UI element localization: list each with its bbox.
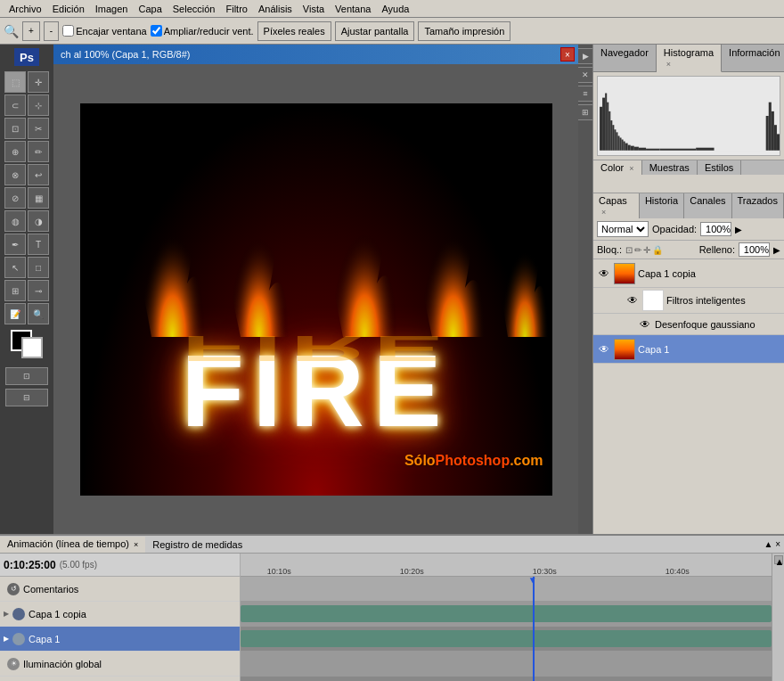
ampliar-checkbox[interactable] — [151, 25, 162, 37]
menu-ventana[interactable]: Ventana — [330, 2, 376, 16]
relleno-arrow[interactable]: ▶ — [773, 245, 780, 255]
svg-rect-17 — [634, 147, 639, 151]
tab-navegador[interactable]: Navegador — [593, 45, 657, 71]
shape-tool[interactable]: □ — [28, 257, 49, 278]
timeline-label-capa1[interactable]: ▶ Capa 1 — [0, 627, 240, 652]
layers-list: 👁 Capa 1 copia 👁 Filtros inteligentes 👁 — [593, 259, 784, 534]
capa1copia-icon — [12, 608, 25, 620]
encajar-checkbox-label[interactable]: Encajar ventana — [62, 25, 147, 37]
menu-analisis[interactable]: Análisis — [253, 2, 298, 16]
panel-expand2-btn[interactable]: ✕ — [577, 67, 593, 83]
marquee-tool[interactable]: ⬚ — [4, 71, 26, 93]
tamano-impresion-btn[interactable]: Tamaño impresión — [418, 21, 510, 41]
menu-capa[interactable]: Capa — [133, 2, 167, 16]
ajustar-pantalla-btn[interactable]: Ajustar pantalla — [335, 21, 415, 41]
zoom-in-btn[interactable]: + — [22, 21, 40, 41]
notes-tool[interactable]: 📝 — [4, 303, 26, 324]
layer-eye-desenfoque[interactable]: 👁 — [638, 317, 652, 332]
menu-seleccion[interactable]: Selección — [167, 2, 221, 16]
tab-histograma[interactable]: Histograma × — [657, 45, 722, 72]
timeline-current-time: 0:10:25:00 — [4, 559, 56, 571]
animacion-tab-close[interactable]: × — [134, 540, 138, 549]
layer-eye-filtros[interactable]: 👁 — [625, 293, 640, 308]
crop-tool[interactable]: ⊡ — [4, 118, 26, 139]
menu-vista[interactable]: Vista — [298, 2, 330, 16]
layer-name-capa1-copia: Capa 1 copia — [638, 268, 780, 279]
brush-tool[interactable]: ✏ — [28, 141, 49, 162]
pixeles-reales-btn[interactable]: Píxeles reales — [257, 21, 331, 41]
background-color[interactable] — [21, 337, 43, 358]
relleno-input[interactable] — [739, 242, 770, 257]
layer-thumb-filtros — [642, 290, 664, 311]
scroll-up-btn[interactable]: ▲ — [774, 555, 783, 564]
encajar-checkbox[interactable] — [62, 25, 74, 37]
timeline-close-btn[interactable]: ▲ × — [764, 539, 780, 549]
capa1-expand-arrow[interactable]: ▶ — [4, 635, 9, 643]
zoom-tool[interactable]: 🔍 — [28, 303, 49, 324]
tab-capas[interactable]: Capas × — [593, 193, 640, 218]
gradient-tool[interactable]: ▦ — [28, 187, 49, 209]
blend-mode-select[interactable]: Normal — [597, 221, 649, 237]
fire-canvas: FIRE FIRE SóloPhotoshop.com — [80, 103, 552, 496]
tab-color[interactable]: Color × — [593, 160, 642, 175]
tab-canales[interactable]: Canales — [684, 193, 731, 218]
tab-informacion[interactable]: Información — [722, 45, 784, 71]
svg-rect-26 — [777, 134, 780, 150]
track-bar-capa1copia[interactable] — [241, 605, 772, 622]
timeline-playhead[interactable] — [533, 577, 535, 681]
screen-mode-btn[interactable]: ⊡ — [5, 367, 48, 385]
3d-tool[interactable]: ⊞ — [4, 280, 26, 301]
menu-filtro[interactable]: Filtro — [220, 2, 252, 16]
clone-tool[interactable]: ⊗ — [4, 164, 26, 185]
screen-mode2-btn[interactable]: ⊟ — [5, 389, 48, 406]
slice-tool[interactable]: ✂ — [28, 118, 49, 139]
history-brush-tool[interactable]: ↩ — [28, 164, 49, 185]
tab-historia[interactable]: Historia — [640, 193, 684, 218]
menu-imagen[interactable]: Imagen — [90, 2, 134, 16]
pen-tool[interactable]: ✒ — [4, 234, 26, 255]
lock-all-icon[interactable]: 🔒 — [652, 245, 663, 255]
tab-muestras[interactable]: Muestras — [642, 160, 698, 175]
healing-tool[interactable]: ⊕ — [4, 141, 26, 162]
iluminacion-label: Iluminación global — [23, 659, 102, 669]
eyedropper-tool[interactable]: ⊸ — [28, 280, 49, 301]
tab-estilos[interactable]: Estilos — [698, 160, 741, 175]
layer-item-capa1[interactable]: 👁 Capa 1 — [593, 335, 784, 364]
opacity-arrow[interactable]: ▶ — [735, 225, 742, 234]
menu-edicion[interactable]: Edición — [47, 2, 90, 16]
tab-animacion[interactable]: Animación (línea de tiempo) × — [0, 537, 145, 553]
dodge-tool[interactable]: ◑ — [28, 210, 49, 232]
lasso-tool[interactable]: ⊂ — [4, 94, 26, 116]
lock-transparent-icon[interactable]: ⊡ — [625, 245, 633, 255]
magic-wand-tool[interactable]: ⊹ — [28, 94, 49, 116]
timeline-header: 10:10s 10:20s 10:30s 10:40s — [241, 554, 772, 577]
layer-item-capa1-copia[interactable]: 👁 Capa 1 copia — [593, 259, 784, 288]
capa1copia-expand-arrow[interactable]: ▶ — [4, 610, 9, 618]
canvas-close-btn[interactable]: × — [560, 47, 575, 62]
capas-tab-close[interactable]: × — [601, 208, 606, 217]
panel-expand4-btn[interactable]: ⊞ — [577, 104, 593, 120]
histograma-tab-close[interactable]: × — [666, 60, 671, 69]
zoom-out-btn[interactable]: - — [44, 21, 59, 41]
lock-position-icon[interactable]: ✛ — [643, 245, 650, 255]
menu-archivo[interactable]: Archivo — [4, 2, 47, 16]
text-tool[interactable]: T — [28, 234, 49, 255]
track-bar-capa1[interactable] — [241, 630, 772, 647]
tab-registro[interactable]: Registro de medidas — [145, 537, 249, 552]
layer-thumb-capa1-copia — [614, 263, 635, 284]
layer-eye-capa1-copia[interactable]: 👁 — [597, 267, 611, 281]
timeline-label-comentarios: ↺ Comentarios — [0, 577, 240, 602]
path-selection-tool[interactable]: ↖ — [4, 257, 26, 278]
tab-trazados[interactable]: Trazados — [732, 193, 784, 218]
layer-eye-capa1[interactable]: 👁 — [597, 342, 611, 357]
lock-image-icon[interactable]: ✏ — [634, 245, 641, 255]
color-tab-close[interactable]: × — [629, 164, 633, 173]
menu-ayuda[interactable]: Ayuda — [376, 2, 414, 16]
blur-tool[interactable]: ◍ — [4, 210, 26, 232]
move-tool[interactable]: ✛ — [28, 71, 49, 93]
ampliar-checkbox-label[interactable]: Ampliar/reducir vent. — [151, 25, 254, 37]
panel-expand-btn[interactable]: ▶ — [577, 48, 593, 64]
panel-expand3-btn[interactable]: ≡ — [577, 86, 593, 102]
opacity-input[interactable] — [700, 222, 731, 236]
eraser-tool[interactable]: ⊘ — [4, 187, 26, 209]
